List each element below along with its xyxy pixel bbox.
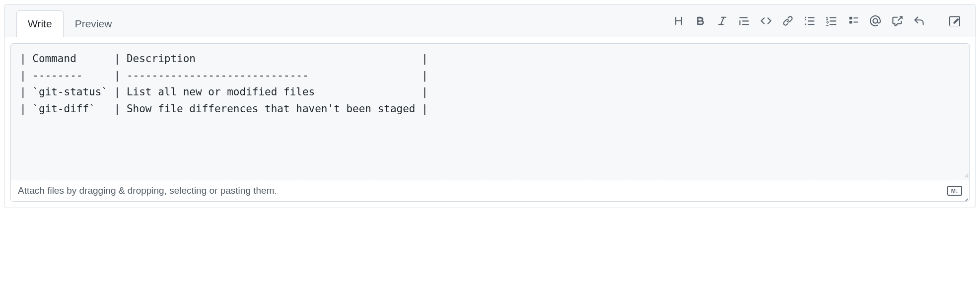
code-button[interactable] (755, 10, 777, 32)
code-icon (761, 15, 771, 26)
link-icon (782, 15, 793, 26)
unordered-list-icon (804, 15, 815, 26)
ordered-list-button[interactable] (821, 10, 842, 32)
reply-icon (913, 15, 924, 26)
tab-preview[interactable]: Preview (64, 10, 124, 37)
quote-icon (739, 15, 750, 26)
mention-button[interactable] (864, 10, 886, 32)
heading-icon (673, 15, 684, 26)
tab-write[interactable]: Write (16, 10, 64, 37)
link-button[interactable] (777, 10, 799, 32)
attach-bar: Attach files by dragging & dropping, sel… (11, 180, 969, 201)
tab-list: Write Preview (16, 10, 123, 37)
bold-button[interactable] (690, 10, 711, 32)
italic-button[interactable] (711, 10, 733, 32)
editor-header: Write Preview (4, 4, 976, 37)
suggestion-button[interactable] (944, 10, 966, 32)
unordered-list-button[interactable] (799, 10, 821, 32)
cross-reference-icon (892, 15, 903, 26)
task-list-icon (848, 15, 859, 26)
content-area: Attach files by dragging & dropping, sel… (4, 37, 976, 208)
reply-button[interactable] (908, 10, 930, 32)
cross-reference-button[interactable] (886, 10, 908, 32)
quote-button[interactable] (733, 10, 755, 32)
markdown-help-button[interactable]: M↓ (947, 186, 962, 196)
italic-icon (717, 15, 728, 26)
task-list-button[interactable] (842, 10, 864, 32)
bold-icon (695, 15, 706, 26)
heading-button[interactable] (668, 10, 690, 32)
mention-icon (870, 15, 881, 26)
attach-hint[interactable]: Attach files by dragging & dropping, sel… (18, 185, 277, 196)
suggestion-icon (949, 15, 960, 26)
comment-editor: Write Preview (4, 4, 976, 208)
ordered-list-icon (826, 15, 837, 26)
comment-textarea[interactable] (11, 44, 969, 178)
formatting-toolbar (668, 10, 970, 32)
textarea-wrap: Attach files by dragging & dropping, sel… (10, 43, 970, 202)
